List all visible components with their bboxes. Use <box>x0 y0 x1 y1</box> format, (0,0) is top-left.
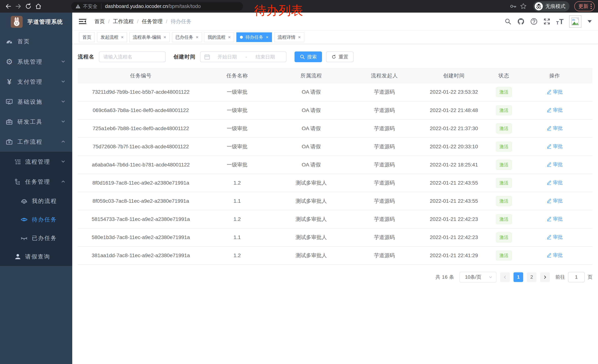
sidebar-item-home[interactable]: 首页 <box>0 31 72 52</box>
tab-process-detail[interactable]: 流程详情× <box>274 32 304 42</box>
search-button-primary[interactable]: 搜索 <box>295 51 322 62</box>
browser-menu-icon[interactable] <box>590 4 592 9</box>
tab-home[interactable]: 首页 <box>79 32 95 42</box>
close-icon[interactable]: × <box>121 35 124 40</box>
sidebar-item-devtools[interactable]: 研发工具 <box>0 112 72 132</box>
browser-back-button[interactable] <box>3 1 13 11</box>
tags-view-bar: 首页 发起流程× 流程表单-编辑× 已办任务× 我的流程× 待办任务× 流程详情… <box>72 31 598 44</box>
sidebar-item-todo-tasks[interactable]: 待办任务 <box>0 210 72 229</box>
sidebar-item-label: 首页 <box>17 38 30 45</box>
tab-done-tasks[interactable]: 已办任务× <box>172 32 202 42</box>
close-icon[interactable]: × <box>164 35 166 40</box>
status-badge: 激活 <box>496 232 512 242</box>
table-row: 580e1b3d-7ac8-11ec-a9e2-a2380e71991a 1.1… <box>78 228 592 246</box>
pipeline-tree-icon <box>14 178 22 186</box>
goto-page-input[interactable] <box>568 272 585 282</box>
close-icon[interactable]: × <box>266 35 268 40</box>
page-button-2[interactable]: 2 <box>527 272 537 282</box>
approve-button[interactable]: 审批 <box>547 252 563 259</box>
cell-created: 2022-01-22 20:33:10 <box>417 138 491 156</box>
password-key-button[interactable] <box>508 1 518 11</box>
next-page-button[interactable] <box>540 272 550 282</box>
sidebar-item-task-mgmt[interactable]: 任务管理 <box>0 172 72 192</box>
cell-initiator: 芋道源码 <box>352 246 417 265</box>
page-size-select[interactable]: 10条/页 <box>459 272 497 283</box>
help-button[interactable] <box>530 18 538 25</box>
sidebar-item-leave-query[interactable]: 请假查询 <box>0 247 72 266</box>
address-divider <box>101 4 101 9</box>
close-icon[interactable]: × <box>228 35 231 40</box>
approve-button[interactable]: 审批 <box>547 89 563 95</box>
tab-my-process[interactable]: 我的流程× <box>204 32 234 42</box>
breadcrumb-workflow[interactable]: 工作流程 <box>113 18 134 25</box>
fullscreen-button[interactable] <box>543 18 551 25</box>
approve-button[interactable]: 审批 <box>547 125 563 131</box>
cell-task-name: 1.1 <box>204 192 270 210</box>
font-size-button[interactable]: TT <box>556 18 564 25</box>
github-button[interactable] <box>517 18 525 25</box>
bookmark-star-button[interactable] <box>518 1 528 11</box>
chevron-down-icon <box>61 119 66 125</box>
cell-task-id: a6aba0a4-7b6d-11ec-b781-acde48001122 <box>78 156 204 174</box>
pagination: 共 16 条 10条/页 1 2 前往 页 <box>78 272 592 283</box>
tab-todo-tasks[interactable]: 待办任务× <box>236 32 272 42</box>
cell-created: 2022-01-21 22:41:29 <box>417 246 491 265</box>
cell-created: 2022-01-21 22:43:55 <box>417 174 491 192</box>
date-range-picker[interactable]: 开始日期 - 结束日期 <box>200 51 286 62</box>
cell-process: 测试多审批人 <box>270 174 352 192</box>
sidebar-item-workflow[interactable]: 工作流程 <box>0 132 72 152</box>
sidebar-item-payment[interactable]: ¥ 支付管理 <box>0 72 72 92</box>
approve-button[interactable]: 审批 <box>547 216 563 222</box>
page-button-1[interactable]: 1 <box>514 272 523 282</box>
approve-button[interactable]: 审批 <box>547 234 563 240</box>
breadcrumb-home[interactable]: 首页 <box>94 18 105 25</box>
browser-home-button[interactable] <box>33 1 43 11</box>
sidebar-item-process-mgmt[interactable]: 流程管理 <box>0 152 72 172</box>
yen-icon: ¥ <box>6 78 13 86</box>
github-icon <box>517 18 525 25</box>
cell-task-id: 580e1b3d-7ac8-11ec-a9e2-a2380e71991a <box>78 228 204 246</box>
fullscreen-icon <box>543 18 551 25</box>
browser-forward-button[interactable] <box>13 1 23 11</box>
avatar[interactable] <box>569 15 581 28</box>
sidebar-item-infrastructure[interactable]: 基础设施 <box>0 92 72 112</box>
approve-button[interactable]: 审批 <box>547 198 563 204</box>
security-label: 不安全 <box>83 3 98 10</box>
cell-process: OA 请假 <box>270 119 352 138</box>
cell-initiator: 芋道源码 <box>352 210 417 228</box>
table-body: 73211d9d-7b9b-11ec-b5b7-acde48001122 一级审… <box>78 83 592 265</box>
sidebar-item-system[interactable]: ⚙ 系统管理 <box>0 52 72 72</box>
process-name-input[interactable] <box>99 51 166 62</box>
tab-process-form-edit[interactable]: 流程表单-编辑× <box>129 32 170 42</box>
approve-button[interactable]: 审批 <box>547 143 563 150</box>
update-label: 更新 <box>578 3 588 10</box>
reset-button[interactable]: 重置 <box>326 51 353 62</box>
sidebar-item-done-tasks[interactable]: 已办任务 <box>0 229 72 247</box>
eye-icon <box>20 216 28 223</box>
approve-button[interactable]: 审批 <box>547 161 563 168</box>
browser-reload-button[interactable] <box>23 1 33 11</box>
close-icon[interactable]: × <box>298 35 301 40</box>
tab-start-process[interactable]: 发起流程× <box>97 32 127 42</box>
edit-pencil-icon <box>547 217 551 221</box>
avatar-caret-icon[interactable] <box>588 20 592 23</box>
edit-pencil-icon <box>547 89 551 94</box>
sidebar-item-my-process[interactable]: 我的流程 <box>0 192 72 210</box>
cell-task-id: 8f0d1619-7ac8-11ec-a9e2-a2380e71991a <box>78 174 204 192</box>
breadcrumb-task-mgmt[interactable]: 任务管理 <box>142 18 163 25</box>
question-icon <box>530 18 538 25</box>
search-button[interactable] <box>504 18 512 25</box>
status-badge: 激活 <box>496 251 512 260</box>
cell-process: 测试多审批人 <box>270 210 352 228</box>
table-header-row: 任务编号 任务名称 所属流程 流程发起人 创建时间 状态 操作 <box>78 68 592 83</box>
sidebar-collapse-button[interactable] <box>79 18 87 25</box>
close-icon[interactable]: × <box>196 35 199 40</box>
browser-update-button[interactable]: 更新 <box>574 1 595 11</box>
approve-button[interactable]: 审批 <box>547 179 563 186</box>
end-date-placeholder: 结束日期 <box>248 54 282 60</box>
cell-task-name: 1.2 <box>204 174 270 192</box>
prev-page-button[interactable] <box>500 272 510 282</box>
address-bar[interactable]: 不安全 dashboard.yudao.iocoder.cn/bpm/task/… <box>71 2 243 11</box>
approve-button[interactable]: 审批 <box>547 107 563 113</box>
chevron-down-icon <box>488 275 493 279</box>
